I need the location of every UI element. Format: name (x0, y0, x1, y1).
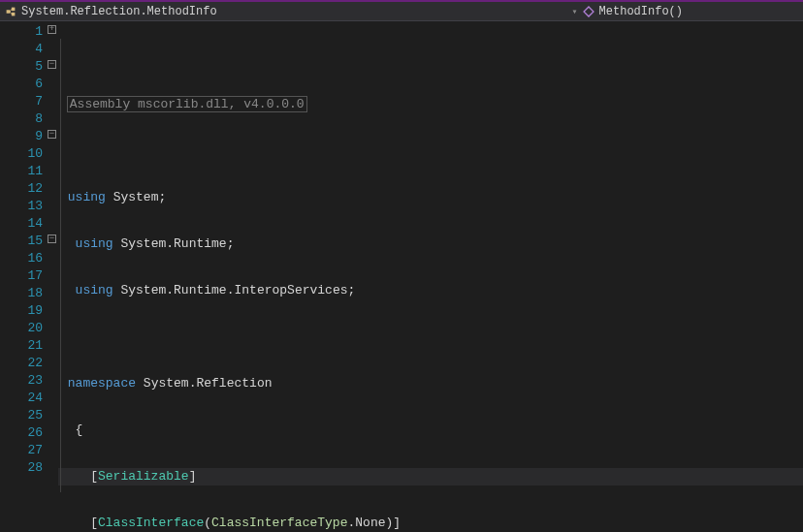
svg-rect-5 (584, 7, 594, 16)
line-number: 18 (0, 285, 58, 302)
breadcrumb-bar: System.Reflection.MethodInfo ▾ MethodInf… (0, 0, 803, 21)
class-icon (4, 5, 17, 18)
line-number: 12 (0, 180, 58, 198)
line-number: 21 (0, 337, 58, 355)
line-number: 23 (0, 372, 58, 390)
breadcrumb-member[interactable]: MethodInfo() (582, 5, 799, 18)
code-line: using System.Runtime.InteropServices; (58, 282, 803, 299)
fold-collapse-icon[interactable]: − (48, 235, 56, 243)
outline-guide (60, 56, 61, 492)
code-area[interactable]: Assembly mscorlib.dll, v4.0.0.0 using Sy… (58, 21, 803, 532)
line-number: 5− (0, 58, 58, 76)
code-line: Assembly mscorlib.dll, v4.0.0.0 (58, 96, 803, 113)
svg-rect-2 (12, 12, 16, 16)
svg-rect-1 (12, 7, 16, 11)
chevron-down-icon[interactable]: ▾ (568, 6, 582, 17)
code-line: namespace System.Reflection (58, 375, 803, 392)
line-number: 7 (0, 93, 58, 110)
line-number: 16 (0, 250, 58, 267)
breadcrumb-class[interactable]: System.Reflection.MethodInfo (4, 5, 568, 18)
svg-rect-0 (7, 10, 11, 14)
line-number: 13 (0, 198, 58, 215)
code-line (58, 142, 803, 160)
line-number: 24 (0, 390, 58, 407)
svg-line-4 (10, 12, 12, 15)
code-editor[interactable]: 1+45−6789−101112131415−16171819202122232… (0, 21, 803, 532)
code-line: [Serializable] (58, 468, 803, 485)
class-path-text: System.Reflection.MethodInfo (21, 5, 217, 18)
line-number: 20 (0, 320, 58, 337)
line-number: 22 (0, 355, 58, 372)
line-number-gutter: 1+45−6789−101112131415−16171819202122232… (0, 21, 58, 532)
line-number: 8 (0, 110, 58, 128)
fold-expand-icon[interactable]: + (48, 25, 56, 34)
line-number: 17 (0, 267, 58, 285)
member-text: MethodInfo() (599, 5, 683, 18)
method-icon (582, 5, 595, 18)
code-line: using System.Runtime; (58, 235, 803, 253)
code-line: { (58, 422, 803, 439)
line-number: 15− (0, 233, 58, 250)
code-line: [ClassInterface(ClassInterfaceType.None)… (58, 515, 803, 532)
line-number: 27 (0, 442, 58, 459)
code-line (58, 329, 803, 346)
line-number: 26 (0, 424, 58, 442)
line-number: 4 (0, 41, 58, 58)
line-number: 9− (0, 128, 58, 145)
line-number: 6 (0, 76, 58, 93)
line-number: 10 (0, 145, 58, 163)
line-number: 14 (0, 215, 58, 233)
code-line: using System; (58, 189, 803, 206)
outline-guide (60, 39, 61, 56)
line-number: 28 (0, 459, 58, 477)
line-number: 1+ (0, 23, 58, 41)
line-number: 11 (0, 163, 58, 180)
svg-line-3 (10, 9, 12, 12)
fold-collapse-icon[interactable]: − (48, 60, 56, 69)
fold-collapse-icon[interactable]: − (48, 130, 56, 139)
line-number: 19 (0, 302, 58, 320)
line-number: 25 (0, 407, 58, 424)
